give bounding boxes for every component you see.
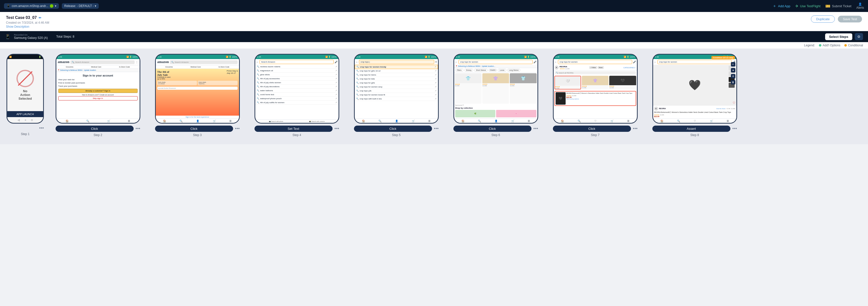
search-with-camera-btn[interactable]: 📸 Search with camera [309, 120, 324, 122]
crop-suggestion-9[interactable]: 🔍 crop tops with built in bra ↗ [355, 97, 438, 101]
collection-2[interactable]: 🌸 [496, 110, 536, 117]
app-launch-bar: APP LAUNCH [7, 111, 43, 117]
suggestion-3[interactable]: 🔍 glow sticks ↗ [255, 73, 339, 77]
step3-menu[interactable]: ••• [235, 126, 240, 131]
step7-action-btn[interactable]: Click [553, 126, 631, 132]
step4-action-btn[interactable]: Set Text [254, 126, 333, 132]
crop-suggestion-6[interactable]: 🔍 crop tops for women sexy ↗ [355, 85, 438, 89]
settings-button[interactable]: ⚙ [855, 33, 863, 40]
total-steps-label: Total Steps: 8 [56, 35, 74, 38]
step8-back-btn[interactable]: ← [654, 61, 657, 63]
suggestion-8[interactable]: 🔍 covid home test ↗ [255, 93, 339, 97]
visit-store-link[interactable]: Visit the Store [716, 108, 725, 110]
suggestion-7[interactable]: 🔍 water balloons ↗ [255, 89, 339, 93]
use-testflight-button[interactable]: ✈ Use TestFlight [795, 4, 820, 8]
steps-toolbar: 📱 Recorded On: Samsung Galaxy S20 (A) To… [0, 31, 868, 42]
crop-suggestion-2[interactable]: 🔍 crop tops for girls 10-12 ↗ [355, 69, 438, 73]
step6-search-input[interactable]: crop tops for women [459, 60, 533, 64]
show-description-link[interactable]: Show Description [6, 25, 49, 28]
see-buying-options[interactable]: See buying options [566, 98, 635, 100]
suggestion-1[interactable]: 🔍 reckless lauren roberts ↗ [255, 65, 339, 69]
step7-product-1-highlighted[interactable]: 🤍 ★★★★ 13,596 [554, 76, 581, 89]
step7-menu[interactable]: ••• [633, 126, 638, 131]
follow-btn[interactable]: + Follow [589, 66, 597, 69]
already-customer-btn[interactable]: Already a customer? Sign in [58, 89, 137, 93]
step7-back-btn[interactable]: ← [555, 61, 557, 63]
store-actions: + Follow Share [589, 66, 604, 69]
filter-dressy[interactable]: Dressy [464, 69, 473, 71]
step2-menu[interactable]: ••• [135, 126, 141, 131]
crop-suggestion-4[interactable]: 🔍 crop tops for kids ↗ [355, 77, 438, 81]
step8-action-btn[interactable]: Assert [652, 126, 731, 132]
skip-signin-btn[interactable]: Skip sign in [58, 96, 137, 100]
step8-heart-icon[interactable]: ♡ [733, 101, 735, 105]
categories-link[interactable]: CATEGORIES › [623, 67, 636, 68]
submit-ticket-button[interactable]: 🎫 Submit Ticket [825, 4, 851, 8]
filter-loose[interactable]: Loose [498, 69, 506, 71]
step7-product-3[interactable]: 🖤 ★★★★ 13,596 [609, 76, 636, 89]
step6-back-btn[interactable]: ← [455, 61, 458, 63]
rp-delete-icon[interactable]: 🗑 [731, 80, 735, 85]
crop-suggestion-8[interactable]: 🔍 crop tops for women loose fit ↗ [355, 93, 438, 97]
edit-icon[interactable]: ✏ [39, 16, 41, 20]
step7-product-title: REORIA Butsmoothⓡ Women's Sleeveless Hal… [566, 92, 635, 94]
step8-menu[interactable]: ••• [733, 126, 737, 131]
release-badge[interactable]: Release: - DEFAULT - ▾ [62, 3, 99, 9]
search-with-photo-btn[interactable]: 📷 Search with photo [269, 120, 283, 122]
step6-menu[interactable]: ••• [533, 126, 538, 131]
cart-nav[interactable]: 🛒 [107, 120, 110, 122]
rp-settings-icon[interactable]: ⚙ [731, 74, 735, 79]
suggestion-5[interactable]: 🔍 4th of july shirts women ↗ [255, 81, 339, 85]
step5-action-btn[interactable]: Click [354, 126, 432, 132]
step6-filters: Filters Dressy Short Sleeve Graphic Loos… [454, 68, 537, 72]
step7-search-input[interactable]: crop tops for women [558, 60, 632, 64]
suggestion-10[interactable]: 🔍 4th of july outfits for women ↗ [255, 101, 339, 105]
step5-menu[interactable]: ••• [434, 126, 439, 131]
filter-short-sleeve[interactable]: Short Sleeve [474, 69, 488, 71]
suggestion-4[interactable]: 🔍 4th of july accessories ↗ [255, 77, 339, 81]
step5-clear-btn[interactable]: ✕ [435, 61, 437, 63]
suggestion-9[interactable]: 🔍 waterproof phone pouch ↗ [255, 97, 339, 101]
legend-addl-options: Add'l Options [819, 43, 840, 47]
search-nav[interactable]: 🔍 [86, 120, 89, 122]
save-test-button[interactable]: Save Test [838, 16, 862, 23]
step1-menu[interactable]: ••• [39, 126, 44, 131]
step8-search-input[interactable]: crop tops for women [657, 60, 732, 64]
step2-action-btn[interactable]: Click [56, 126, 134, 132]
collection-1[interactable]: 🌿 [455, 110, 496, 117]
step7-reoria-search[interactable]: 🔍 Search all REORIA [555, 71, 636, 74]
product-1[interactable]: 👕 ★★★★ 13,596 [455, 73, 482, 104]
step4-search-input[interactable]: Search Amazon [259, 60, 334, 64]
home-nav[interactable]: 🏠 [66, 120, 68, 122]
select-steps-button[interactable]: Select Steps [825, 33, 852, 40]
step6-action-btn[interactable]: Click [454, 126, 531, 132]
product-2[interactable]: 👚 ★★★★ 13,596 [483, 73, 509, 104]
rp-edit-icon[interactable]: ✏ [731, 62, 735, 66]
step4-back-btn[interactable]: ← [256, 61, 259, 63]
duplicate-button[interactable]: Duplicate [811, 16, 835, 23]
step7-selected-product[interactable]: 🖤 REORIA Butsmoothⓡ Women's Sleeveless H… [554, 91, 636, 106]
suggestion-2[interactable]: 🔍 magnesium oil ↗ [255, 69, 339, 73]
app-badge[interactable]: 📱 com.amazon.mShop.andr... ▾ [4, 3, 59, 9]
product-3[interactable]: 👕 ★★★★ 13,596 [510, 73, 536, 104]
crop-suggestion-5[interactable]: 🔍 crop tops for girls ↗ [355, 81, 438, 85]
filter-graphic[interactable]: Graphic [489, 69, 497, 71]
menu-nav[interactable]: ☰ [128, 120, 130, 122]
add-app-button[interactable]: ＋ Add App [773, 3, 790, 9]
alerts-button[interactable]: 👤 Alerts [856, 2, 864, 9]
crop-suggestion-7[interactable]: 🔍 crop tops y2k ↗ [355, 89, 438, 93]
share-btn[interactable]: Share [598, 66, 604, 69]
step5-search-input[interactable]: crop tops | [359, 60, 434, 64]
step3-amazon-logo: amazon [157, 60, 169, 64]
step3-action-btn[interactable]: Click [155, 126, 233, 132]
crop-suggestion-selected[interactable]: 🔍 crop tops for women trendy ↗ [355, 65, 438, 69]
rp-star-icon[interactable]: ★ [731, 68, 735, 72]
step4-menu[interactable]: ••• [335, 126, 339, 131]
filter-long-sleeve[interactable]: Long Sleeve [507, 69, 521, 71]
suggestion-6[interactable]: 🔍 4th of july decorations ↗ [255, 85, 339, 89]
add-app-label: Add App [778, 4, 790, 8]
filter-all[interactable]: Filters [455, 69, 463, 71]
step7-product-2[interactable]: 👚 ★★★★ 13,596 [582, 76, 609, 89]
crop-suggestion-3[interactable]: 🔍 crop tops for teens ↗ [355, 73, 438, 77]
step5-back-btn[interactable]: ← [356, 61, 358, 63]
